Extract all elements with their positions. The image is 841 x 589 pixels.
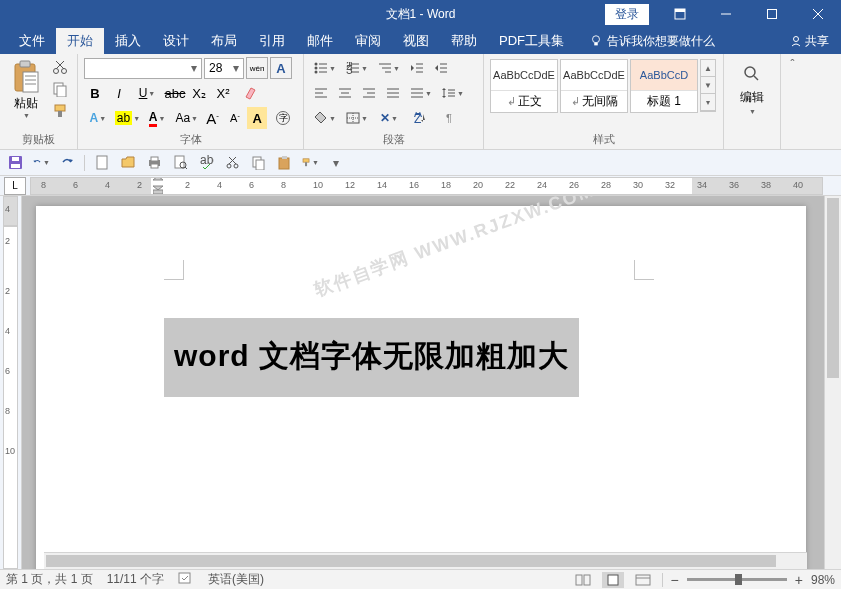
- tab-home[interactable]: 开始: [56, 28, 104, 54]
- superscript-button[interactable]: X²: [212, 82, 234, 104]
- grow-font-button[interactable]: Aˆ: [203, 107, 223, 129]
- close-icon[interactable]: [795, 0, 841, 28]
- strikethrough-button[interactable]: abc: [164, 82, 186, 104]
- qat-customize-button[interactable]: ▾: [327, 154, 345, 172]
- shading-button[interactable]: ▼: [310, 107, 340, 129]
- read-mode-button[interactable]: [572, 572, 594, 588]
- style-normal[interactable]: AaBbCcDdE ↲正文: [490, 59, 558, 113]
- language-status[interactable]: 英语(美国): [208, 571, 264, 588]
- format-painter-button[interactable]: [50, 101, 70, 121]
- highlight-button[interactable]: ab▼: [114, 107, 142, 129]
- style-heading1[interactable]: AaBbCcD 标题 1: [630, 59, 698, 113]
- styles-scroll[interactable]: ▲ ▼ ▾: [700, 59, 716, 112]
- page-count[interactable]: 第 1 页，共 1 页: [6, 571, 93, 588]
- character-shading-button[interactable]: A: [247, 107, 267, 129]
- group-paragraph: ▼ 123▼ ▼ ▼ ▼ ▼ ▼ ✕▼ AZ ¶ 段落: [304, 54, 484, 149]
- multilevel-list-button[interactable]: ▼: [374, 57, 404, 79]
- change-case-button[interactable]: Aa▼: [173, 107, 201, 129]
- underline-button[interactable]: U▼: [132, 82, 162, 104]
- horizontal-scrollbar[interactable]: [44, 552, 807, 569]
- tab-insert[interactable]: 插入: [104, 28, 152, 54]
- character-border-button[interactable]: A: [270, 57, 292, 79]
- ribbon-display-icon[interactable]: [657, 0, 703, 28]
- align-left-button[interactable]: [310, 82, 332, 104]
- cut-button[interactable]: [50, 57, 70, 77]
- print-button[interactable]: [145, 154, 163, 172]
- preview-button[interactable]: [171, 154, 189, 172]
- style-nospacing[interactable]: AaBbCcDdE ↲无间隔: [560, 59, 628, 113]
- align-right-button[interactable]: [358, 82, 380, 104]
- minimize-icon[interactable]: [703, 0, 749, 28]
- spellcheck-status[interactable]: [178, 571, 194, 588]
- selected-text[interactable]: word 文档字体无限加粗加大: [164, 318, 579, 397]
- undo-button[interactable]: ▼: [32, 154, 50, 172]
- maximize-icon[interactable]: [749, 0, 795, 28]
- borders-button[interactable]: ▼: [342, 107, 372, 129]
- zoom-level[interactable]: 98%: [811, 573, 835, 587]
- decrease-indent-button[interactable]: [406, 57, 428, 79]
- web-layout-button[interactable]: [632, 572, 654, 588]
- bullets-button[interactable]: ▼: [310, 57, 340, 79]
- tell-me-input[interactable]: 告诉我你想要做什么: [589, 33, 715, 50]
- show-marks-button[interactable]: ¶: [438, 107, 460, 129]
- ruler-vertical[interactable]: 42246810: [0, 196, 22, 569]
- line-spacing-button[interactable]: ▼: [438, 82, 468, 104]
- enclose-character-button[interactable]: 字: [269, 107, 297, 129]
- tab-mailings[interactable]: 邮件: [296, 28, 344, 54]
- chevron-up-icon[interactable]: ▲: [701, 60, 715, 77]
- zoom-out-button[interactable]: −: [671, 572, 679, 588]
- increase-indent-button[interactable]: [430, 57, 452, 79]
- tab-references[interactable]: 引用: [248, 28, 296, 54]
- copy-qat-button[interactable]: [249, 154, 267, 172]
- indent-marker-icon[interactable]: [153, 177, 163, 194]
- collapse-ribbon-button[interactable]: ˆ: [780, 54, 804, 149]
- format-painter-qat-button[interactable]: ▼: [301, 154, 319, 172]
- tab-selector[interactable]: L: [4, 177, 26, 195]
- clear-formatting-button[interactable]: [236, 82, 266, 104]
- tab-file[interactable]: 文件: [8, 28, 56, 54]
- cut-qat-button[interactable]: [223, 154, 241, 172]
- print-layout-button[interactable]: [602, 572, 624, 588]
- font-size-combo[interactable]: 28▾: [204, 58, 244, 79]
- chevron-down-icon[interactable]: ▼: [701, 77, 715, 94]
- tab-review[interactable]: 审阅: [344, 28, 392, 54]
- font-family-combo[interactable]: ▾: [84, 58, 202, 79]
- phonetic-guide-button[interactable]: wén: [246, 57, 268, 79]
- bold-button[interactable]: B: [84, 82, 106, 104]
- new-button[interactable]: [93, 154, 111, 172]
- page[interactable]: 软件自学网 WWW.RJZXW.COM word 文档字体无限加粗加大: [36, 206, 806, 569]
- document-scroll[interactable]: 软件自学网 WWW.RJZXW.COM word 文档字体无限加粗加大: [22, 196, 824, 569]
- align-center-button[interactable]: [334, 82, 356, 104]
- zoom-slider[interactable]: [687, 578, 787, 581]
- share-button[interactable]: 共享: [790, 33, 829, 50]
- spellcheck-button[interactable]: abc: [197, 154, 215, 172]
- copy-button[interactable]: [50, 79, 70, 99]
- asian-layout-button[interactable]: ✕▼: [374, 107, 404, 129]
- vertical-scrollbar[interactable]: [824, 196, 841, 569]
- justify-button[interactable]: [382, 82, 404, 104]
- numbering-button[interactable]: 123▼: [342, 57, 372, 79]
- tab-help[interactable]: 帮助: [440, 28, 488, 54]
- paste-qat-button[interactable]: [275, 154, 293, 172]
- find-button[interactable]: [743, 65, 761, 83]
- hruler[interactable]: 8642246810121416182022242628303234363840…: [30, 177, 823, 195]
- tab-view[interactable]: 视图: [392, 28, 440, 54]
- font-color-button[interactable]: A▼: [143, 107, 171, 129]
- tab-design[interactable]: 设计: [152, 28, 200, 54]
- tab-layout[interactable]: 布局: [200, 28, 248, 54]
- zoom-in-button[interactable]: +: [795, 572, 803, 588]
- sort-button[interactable]: AZ: [406, 107, 436, 129]
- distribute-button[interactable]: ▼: [406, 82, 436, 104]
- login-button[interactable]: 登录: [605, 4, 649, 25]
- styles-expand-icon[interactable]: ▾: [701, 94, 715, 111]
- paste-button[interactable]: 粘贴 ▼: [6, 57, 46, 130]
- tab-pdftools[interactable]: PDF工具集: [488, 28, 575, 54]
- open-button[interactable]: [119, 154, 137, 172]
- save-button[interactable]: [6, 154, 24, 172]
- subscript-button[interactable]: X₂: [188, 82, 210, 104]
- word-count[interactable]: 11/11 个字: [107, 571, 164, 588]
- redo-button[interactable]: [58, 154, 76, 172]
- text-effects-button[interactable]: A▼: [84, 107, 112, 129]
- italic-button[interactable]: I: [108, 82, 130, 104]
- shrink-font-button[interactable]: Aˇ: [225, 107, 245, 129]
